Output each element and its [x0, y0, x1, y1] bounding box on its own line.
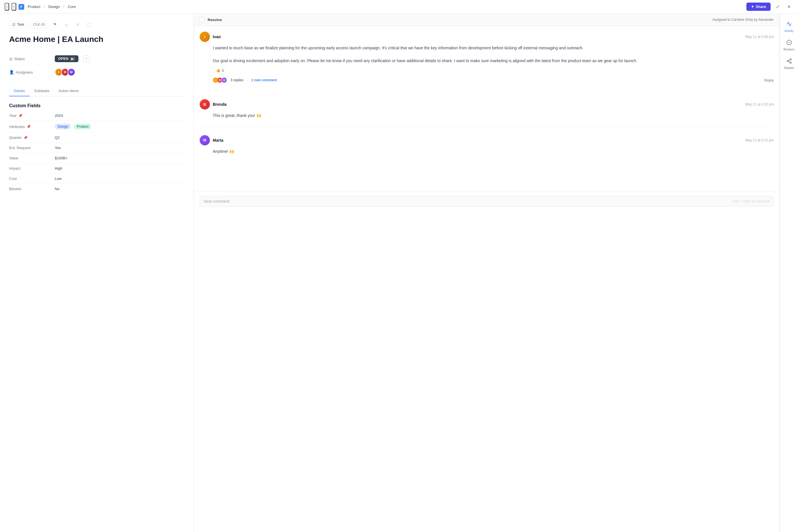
tag-button[interactable]: ⌗	[74, 21, 81, 28]
year-pin-icon[interactable]: 📌	[18, 114, 22, 118]
blocker-label-text: Blocker	[9, 187, 21, 191]
comment-ivan-time: May 11 at 4:00 pm	[745, 35, 774, 39]
image-icon: ⬚	[87, 22, 91, 27]
comments-area: I Ivan May 11 at 4:00 pm I wanted to tou…	[194, 26, 779, 154]
blockers-icon	[786, 40, 792, 47]
comment-marta-header: M Marta May 11 at 5:21 pm	[200, 135, 774, 146]
tab-subtasks[interactable]: Subtasks	[30, 86, 54, 96]
blockers-label: Blockers	[783, 48, 794, 51]
close-button[interactable]: ✕	[784, 2, 794, 12]
quarter-pin-icon[interactable]: 📌	[23, 136, 28, 140]
share-button[interactable]: ✦ Share	[746, 3, 771, 11]
comment-ivan-author-row: I Ivan	[200, 32, 221, 42]
comment-ivan-p2: Our goal is driving excitement and adopt…	[213, 58, 774, 64]
new-comment-tag: 1 new comment	[251, 78, 277, 82]
checkmark-icon: ✓	[85, 57, 88, 61]
replies-count: 3 replies	[230, 78, 243, 82]
comment-ivan-author: Ivan	[213, 35, 221, 39]
value-label-text: Value	[9, 156, 18, 160]
assignee-avatars: I B M	[55, 68, 75, 76]
person-icon: 👤	[9, 70, 14, 74]
resolve-bar: Resolve Assigned to Caroline Ginty by Al…	[194, 14, 779, 26]
ent-request-field-value[interactable]: Yes	[55, 146, 61, 150]
cost-field-value[interactable]: Low	[55, 176, 61, 181]
task-icon: ☑	[12, 22, 15, 26]
comment-marta-author-row: M Marta	[200, 135, 223, 146]
tab-details[interactable]: Details	[9, 86, 30, 96]
attributes-field-value: Design Product	[55, 124, 93, 129]
year-field-value[interactable]: 2024	[55, 113, 63, 118]
comment-brenda-avatar: B	[200, 99, 210, 110]
breadcrumb-sep-1: /	[44, 4, 45, 9]
cost-field-label: Cost	[9, 176, 55, 181]
attributes-pin-icon[interactable]: 📌	[26, 125, 31, 129]
status-icon: ◎	[9, 56, 13, 61]
sidebar-action-blockers[interactable]: Blockers	[781, 37, 797, 54]
comment-marta-author: Marta	[213, 138, 223, 142]
task-title: Acme Home | EA Launch	[9, 34, 185, 44]
comment-ivan-header: I Ivan May 11 at 4:00 pm	[200, 32, 774, 42]
avatar-3[interactable]: M	[67, 68, 75, 76]
breadcrumb-core[interactable]: Core	[68, 4, 76, 9]
quarter-field-row: Quarter 📌 Q2	[9, 132, 185, 142]
image-button[interactable]: ⬚	[85, 21, 93, 28]
blocker-field-value[interactable]: No	[55, 187, 60, 191]
sidebar-action-activity[interactable]: Activity	[781, 18, 797, 36]
blocker-field-row: Blocker No	[9, 184, 185, 194]
comment-ivan-p1: I wanted to touch base as we finalize pl…	[213, 45, 774, 51]
tab-action-items[interactable]: Action items	[54, 86, 83, 96]
resolve-checkbox[interactable]	[200, 17, 205, 22]
flag-button[interactable]: ⚑	[51, 21, 59, 28]
cost-label-text: Cost	[9, 176, 17, 181]
tag-product[interactable]: Product	[74, 124, 91, 129]
ent-request-field-label: Ent. Request	[9, 146, 55, 150]
sidebar-action-related[interactable]: Related	[781, 55, 797, 73]
flag-icon: ⚑	[53, 22, 57, 27]
nav-forward-button[interactable]: ›	[12, 3, 16, 11]
breadcrumb-product[interactable]: Product	[28, 4, 40, 9]
comment-brenda-time: May 11 at 4:22 pm	[745, 102, 774, 106]
comment-brenda-header: B Brenda May 11 at 4:22 pm	[200, 99, 774, 110]
fullscreen-button[interactable]: ⤢	[773, 2, 782, 12]
comment-marta-avatar: M	[200, 135, 210, 146]
attributes-field-label: Attributes 📌	[9, 125, 55, 129]
dot-sep: ·	[247, 78, 247, 82]
reaction-count: 1	[222, 68, 224, 72]
value-field-value[interactable]: $100B+	[55, 156, 68, 160]
breadcrumb-sep-2: /	[63, 4, 64, 9]
reply-link-ivan[interactable]: Reply	[764, 78, 774, 82]
reaction-button-ivan[interactable]: 👍 1	[213, 67, 227, 74]
ent-request-field-row: Ent. Request Yes	[9, 142, 185, 153]
comment-marta-body: Anytime! 🙌	[213, 148, 774, 154]
resolve-text: Resolve	[208, 18, 222, 22]
comment-ivan: I Ivan May 11 at 4:00 pm I wanted to tou…	[200, 32, 774, 83]
tag-design[interactable]: Design	[55, 124, 71, 129]
status-button[interactable]: OPEN ▶	[55, 55, 78, 62]
close-icon: ✕	[787, 4, 791, 10]
year-field-row: Year 📌 2024	[9, 111, 185, 120]
task-id-badge: CLK-10	[31, 21, 48, 28]
new-comment-bar: New comment cmd + enter to comment	[194, 191, 779, 211]
status-label: OPEN	[58, 57, 69, 61]
breadcrumb-design[interactable]: Design	[48, 4, 60, 9]
impact-field-row: Impact High	[9, 163, 185, 173]
quarter-field-value[interactable]: Q2	[55, 135, 60, 140]
status-field-row: ◎ Status OPEN ▶ ✓	[9, 53, 185, 65]
activity-icon	[786, 21, 792, 28]
status-field-label: ◎ Status	[9, 56, 55, 61]
ent-request-label-text: Ent. Request	[9, 146, 31, 150]
impact-field-value[interactable]: High	[55, 166, 62, 170]
status-check-button[interactable]: ✓	[83, 55, 90, 62]
new-comment-input[interactable]: New comment cmd + enter to comment	[200, 196, 774, 207]
year-label-text: Year	[9, 113, 17, 118]
nav-back-button[interactable]: ‹	[4, 3, 9, 11]
new-comment-placeholder: New comment	[204, 199, 229, 204]
svg-line-5	[788, 61, 790, 62]
comment-brenda-text: This is great, thank you! 🙌	[213, 112, 774, 119]
smiley-button[interactable]: ☺	[62, 21, 70, 28]
reply-av-3: M	[221, 77, 227, 83]
year-field-label: Year 📌	[9, 113, 55, 118]
middle-panel: Resolve Assigned to Caroline Ginty by Al…	[194, 14, 780, 532]
comment-ivan-replies: I B M 3 replies · 1 new comment Reply	[213, 77, 774, 83]
comment-marta-text: Anytime! 🙌	[213, 148, 774, 154]
